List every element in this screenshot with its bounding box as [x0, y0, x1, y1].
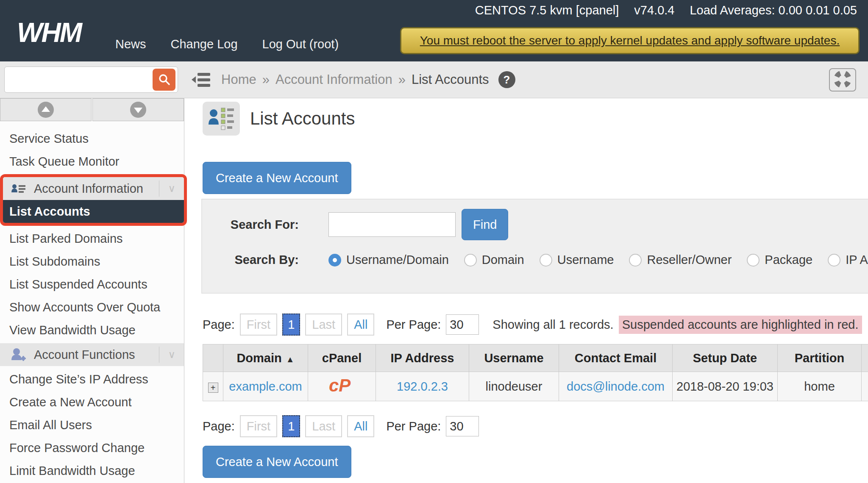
- cpanel-logo-icon[interactable]: cP: [326, 385, 359, 398]
- sidebar-item-show-accounts-over-quota[interactable]: Show Accounts Over Quota: [0, 296, 184, 319]
- column-header-domain[interactable]: Domain▲: [223, 344, 308, 372]
- contact-email-link[interactable]: docs@linode.com: [567, 380, 665, 393]
- column-header-ip-address[interactable]: IP Address: [376, 344, 469, 372]
- sidebar-menu: Service Status Task Queue Monitor Accoun…: [0, 121, 184, 482]
- radio-username-domain[interactable]: Username/Domain: [328, 253, 449, 267]
- breadcrumb-separator: »: [398, 72, 406, 87]
- column-header-contact-email[interactable]: Contact Email: [559, 344, 673, 372]
- page-label: Page:: [203, 318, 235, 332]
- username-cell: linodeuser: [469, 372, 559, 401]
- breadcrumb-current-page: List Accounts: [412, 72, 489, 87]
- radio-ip-address[interactable]: IP Address: [828, 253, 868, 267]
- sidebar-item-task-queue-monitor[interactable]: Task Queue Monitor: [0, 150, 184, 173]
- sidebar-search-button[interactable]: [153, 69, 175, 91]
- help-icon[interactable]: ?: [498, 71, 515, 88]
- sidebar-item-force-password-change[interactable]: Force Password Change: [0, 436, 184, 459]
- account-information-icon: [9, 183, 28, 194]
- sidebar-item-change-sites-ip-address[interactable]: Change Site’s IP Address: [0, 368, 184, 391]
- per-page-label: Per Page:: [386, 419, 441, 433]
- setup-date-cell: 2018-08-20 19:03: [673, 372, 778, 401]
- pagination-bottom: Page: First 1 Last All Per Page:: [203, 415, 479, 437]
- arrow-up-icon: [38, 102, 54, 118]
- radio-username[interactable]: Username: [540, 253, 614, 267]
- create-account-button-bottom[interactable]: Create a New Account: [203, 446, 351, 478]
- first-page-button[interactable]: First: [240, 415, 277, 437]
- expand-row-button[interactable]: +: [208, 383, 218, 393]
- sidebar-item-list-accounts[interactable]: List Accounts: [3, 200, 184, 223]
- account-functions-icon: [9, 348, 28, 361]
- status-version: v74.0.4: [634, 3, 674, 17]
- column-header-username[interactable]: Username: [469, 344, 559, 372]
- all-pages-button[interactable]: All: [347, 415, 374, 437]
- top-navbar: WHM News Change Log Log Out (root) CENTO…: [0, 0, 868, 61]
- breadcrumb: Home » Account Information » List Accoun…: [221, 61, 515, 98]
- sidebar-search: [4, 67, 178, 93]
- sidebar-item-email-all-users[interactable]: Email All Users: [0, 414, 184, 436]
- last-page-button[interactable]: Last: [305, 314, 342, 336]
- cpanel-cell: cP: [308, 372, 376, 401]
- search-for-label: Search For:: [202, 218, 299, 232]
- sidebar-item-service-status[interactable]: Service Status: [0, 127, 184, 150]
- radio-domain[interactable]: Domain: [464, 253, 524, 267]
- column-header-cpanel[interactable]: cPanel: [308, 344, 376, 372]
- radio-label: Username/Domain: [346, 253, 449, 267]
- column-header-clipped: [862, 344, 868, 372]
- sidebar-section-account-functions[interactable]: Account Functions ∨: [0, 343, 184, 366]
- all-pages-button[interactable]: All: [347, 314, 374, 336]
- contact-email-cell: docs@linode.com: [559, 372, 673, 401]
- expander-cell: +: [203, 372, 223, 401]
- sidebar-item-list-subdomains[interactable]: List Subdomains: [0, 250, 184, 273]
- clipped-cell: [862, 372, 868, 401]
- breadcrumb-home[interactable]: Home: [221, 72, 256, 87]
- support-button[interactable]: [829, 68, 856, 92]
- nav-logout[interactable]: Log Out (root): [262, 37, 339, 51]
- radio-package[interactable]: Package: [747, 253, 812, 267]
- nav-change-log[interactable]: Change Log: [171, 37, 238, 51]
- accounts-table: Domain▲ cPanel IP Address Username Conta…: [203, 344, 868, 401]
- per-page-input[interactable]: [446, 416, 479, 436]
- search-by-label: Search By:: [202, 253, 299, 267]
- sidebar-item-create-a-new-account[interactable]: Create a New Account: [0, 391, 184, 414]
- arrow-down-icon: [130, 102, 146, 118]
- last-page-button[interactable]: Last: [305, 415, 342, 437]
- radio-icon: [828, 254, 840, 266]
- page-label: Page:: [203, 419, 235, 433]
- column-header-setup-date[interactable]: Setup Date: [673, 344, 778, 372]
- sidebar-search-input[interactable]: [4, 67, 178, 93]
- sidebar-item-list-suspended-accounts[interactable]: List Suspended Accounts: [0, 273, 184, 296]
- current-page-button[interactable]: 1: [282, 314, 300, 336]
- scroll-up-button[interactable]: [0, 98, 92, 121]
- radio-label: Package: [765, 253, 812, 267]
- first-page-button[interactable]: First: [240, 314, 277, 336]
- sidebar-item-list-parked-domains[interactable]: List Parked Domains: [0, 227, 184, 250]
- sort-ascending-icon: ▲: [286, 355, 295, 364]
- sidebar-section-account-information[interactable]: Account Information ∨: [3, 177, 184, 200]
- status-os: CENTOS 7.5 kvm [cpanel]: [475, 3, 619, 17]
- nav-news[interactable]: News: [115, 37, 146, 51]
- per-page-input[interactable]: [446, 314, 479, 335]
- domain-link[interactable]: example.com: [229, 380, 302, 393]
- radio-reseller-owner[interactable]: Reseller/Owner: [629, 253, 732, 267]
- list-accounts-icon: [203, 102, 240, 136]
- sidebar-scroll-buttons: [0, 98, 184, 121]
- ip-address-link[interactable]: 192.0.2.3: [397, 380, 448, 393]
- search-by-radio-group: Username/Domain Domain Username Reseller…: [328, 253, 868, 267]
- collapse-sidebar-icon[interactable]: [192, 71, 211, 90]
- column-header-partition[interactable]: Partition: [778, 344, 862, 372]
- breadcrumb-account-information[interactable]: Account Information: [275, 72, 392, 87]
- create-account-button-top[interactable]: Create a New Account: [203, 162, 351, 194]
- life-ring-icon: [833, 69, 852, 90]
- sidebar-item-limit-bandwidth-usage[interactable]: Limit Bandwidth Usage: [0, 459, 184, 482]
- per-page-label: Per Page:: [386, 318, 441, 332]
- whm-screen: WHM News Change Log Log Out (root) CENTO…: [0, 0, 868, 483]
- whm-logo[interactable]: WHM: [17, 17, 81, 48]
- chevron-down-icon[interactable]: ∨: [159, 347, 184, 363]
- radio-icon: [464, 254, 477, 266]
- scroll-down-button[interactable]: [92, 98, 184, 121]
- chevron-down-icon[interactable]: ∨: [159, 180, 184, 197]
- sidebar-item-view-bandwidth-usage[interactable]: View Bandwidth Usage: [0, 319, 184, 341]
- find-button[interactable]: Find: [462, 209, 508, 240]
- reboot-alert-banner[interactable]: You must reboot the server to apply kern…: [400, 27, 860, 54]
- current-page-button[interactable]: 1: [282, 415, 300, 437]
- account-search-input[interactable]: [328, 212, 456, 237]
